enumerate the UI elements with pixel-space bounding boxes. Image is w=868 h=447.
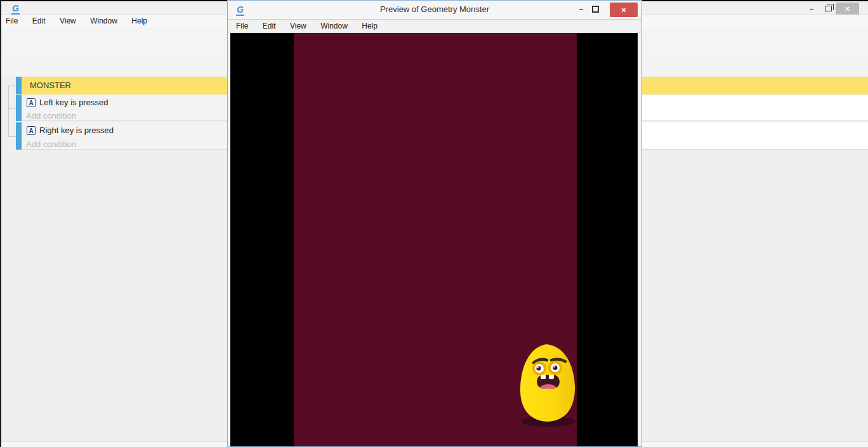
condition-text: Left key is pressed xyxy=(39,98,108,107)
game-viewport[interactable] xyxy=(228,33,641,446)
preview-frame-left xyxy=(228,33,230,446)
preview-menubar: File Edit View Window Help xyxy=(228,19,641,33)
add-condition-link[interactable]: Add condition xyxy=(26,111,76,120)
restore-icon xyxy=(825,6,832,11)
tree-connector xyxy=(8,108,16,109)
tree-connector xyxy=(8,136,16,137)
menu-help[interactable]: Help xyxy=(126,15,153,28)
event-group-label: MONSTER xyxy=(30,77,71,94)
keyboard-key-icon: A xyxy=(27,126,36,135)
add-condition-link[interactable]: Add condition xyxy=(26,139,76,149)
tree-connector xyxy=(8,86,9,136)
keyboard-key-icon: A xyxy=(27,98,36,107)
preview-menu-file[interactable]: File xyxy=(230,20,254,33)
gdevelop-logo-icon: G xyxy=(11,3,20,15)
window-left-border xyxy=(0,0,1,447)
condition-text: Right key is pressed xyxy=(39,126,114,135)
preview-maximize-button[interactable] xyxy=(592,6,599,13)
preview-titlebar[interactable]: G Preview of Geometry Monster – × xyxy=(228,1,641,19)
monster-sprite xyxy=(517,340,578,429)
preview-menu-view[interactable]: View xyxy=(284,20,312,33)
minimize-button[interactable]: – xyxy=(805,3,819,15)
restore-button[interactable] xyxy=(821,3,835,15)
menu-edit[interactable]: Edit xyxy=(27,15,51,28)
event-handle[interactable] xyxy=(16,122,22,150)
condition[interactable]: A Right key is pressed xyxy=(27,126,114,135)
event-handle[interactable] xyxy=(16,95,22,121)
preview-minimize-button[interactable]: – xyxy=(574,3,588,16)
menu-view[interactable]: View xyxy=(54,15,82,28)
event-group-handle[interactable] xyxy=(16,77,22,94)
preview-close-button[interactable]: × xyxy=(610,3,638,17)
preview-menu-window[interactable]: Window xyxy=(315,20,353,33)
preview-frame-right xyxy=(638,33,641,446)
preview-menu-edit[interactable]: Edit xyxy=(257,20,282,33)
tree-connector xyxy=(8,86,16,86)
menu-file[interactable]: File xyxy=(0,15,23,28)
close-button[interactable]: × xyxy=(836,3,859,15)
preview-menu-help[interactable]: Help xyxy=(356,20,383,33)
condition[interactable]: A Left key is pressed xyxy=(27,98,108,107)
preview-window[interactable]: G Preview of Geometry Monster – × File E… xyxy=(227,0,642,447)
menu-window[interactable]: Window xyxy=(84,15,123,28)
